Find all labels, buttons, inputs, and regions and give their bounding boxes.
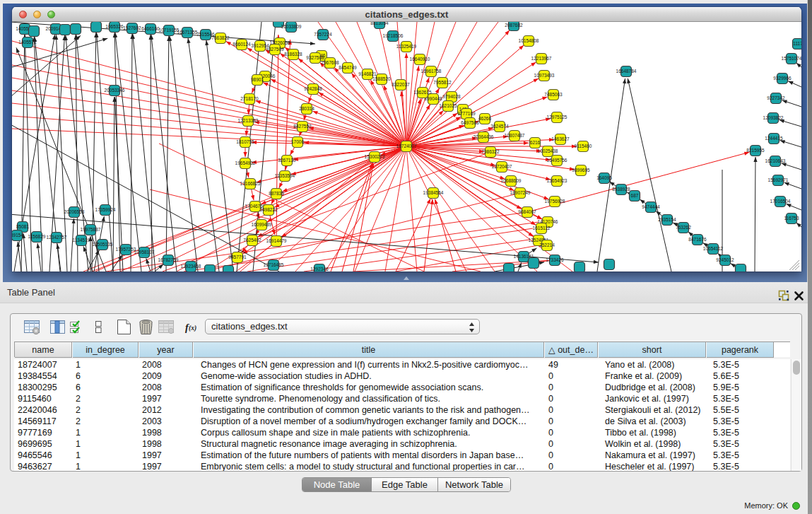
svg-text:98901: 98901 xyxy=(251,77,264,82)
svg-text:46266: 46266 xyxy=(478,116,491,121)
svg-text:8813054: 8813054 xyxy=(370,22,389,25)
svg-text:1244415: 1244415 xyxy=(765,136,783,141)
svg-text:19384554: 19384554 xyxy=(423,190,444,195)
svg-text:687: 687 xyxy=(631,193,639,198)
svg-text:8427552: 8427552 xyxy=(293,124,312,129)
svg-text:1621025: 1621025 xyxy=(439,103,457,108)
svg-text:16961758: 16961758 xyxy=(421,69,442,74)
svg-text:85081: 85081 xyxy=(16,224,29,229)
svg-text:1588520: 1588520 xyxy=(372,76,391,81)
svg-text:7663822: 7663822 xyxy=(211,35,230,40)
svg-text:19166825: 19166825 xyxy=(240,181,261,186)
svg-text:1810755: 1810755 xyxy=(236,139,254,144)
svg-text:10688609: 10688609 xyxy=(501,178,522,183)
svg-text:17359924: 17359924 xyxy=(95,207,116,212)
svg-text:10719155: 10719155 xyxy=(159,28,180,33)
svg-text:9227342: 9227342 xyxy=(767,95,785,100)
svg-text:252214: 252214 xyxy=(539,243,555,247)
svg-text:9457791: 9457791 xyxy=(228,255,247,259)
svg-text:1463627: 1463627 xyxy=(551,136,570,141)
svg-text:1527602: 1527602 xyxy=(123,25,141,30)
svg-text:9474444: 9474444 xyxy=(642,204,660,209)
svg-text:9777169: 9777169 xyxy=(457,111,476,116)
svg-text:9115460: 9115460 xyxy=(575,144,592,148)
svg-text:15692971: 15692971 xyxy=(768,177,789,182)
svg-text:887835: 887835 xyxy=(269,191,284,196)
svg-text:12213383: 12213383 xyxy=(238,118,259,123)
svg-text:16210643: 16210643 xyxy=(765,158,786,163)
svg-text:10025438: 10025438 xyxy=(538,148,558,153)
svg-text:15495756: 15495756 xyxy=(547,158,567,163)
svg-text:9242848: 9242848 xyxy=(304,86,322,91)
svg-text:9794028: 9794028 xyxy=(442,94,461,99)
svg-text:1134519: 1134519 xyxy=(73,238,90,243)
svg-text:12093822: 12093822 xyxy=(763,115,784,120)
svg-text:19218506: 19218506 xyxy=(383,33,404,38)
svg-text:16914479: 16914479 xyxy=(266,238,287,243)
svg-text:8471676: 8471676 xyxy=(688,237,707,242)
svg-text:7357224: 7357224 xyxy=(314,32,332,37)
svg-text:39154: 39154 xyxy=(12,233,23,238)
svg-text:17006: 17006 xyxy=(291,139,304,144)
svg-text:8215955: 8215955 xyxy=(746,148,765,153)
svg-text:16640910: 16640910 xyxy=(410,57,430,62)
svg-text:1156829: 1156829 xyxy=(28,234,46,239)
svg-text:3267130: 3267130 xyxy=(278,158,296,163)
svg-text:9899695: 9899695 xyxy=(572,168,590,173)
svg-text:19756928: 19756928 xyxy=(545,199,565,204)
svg-text:17016504: 17016504 xyxy=(770,199,791,204)
svg-text:7955812: 7955812 xyxy=(433,80,452,85)
svg-text:20053346: 20053346 xyxy=(105,88,125,93)
svg-text:19654932: 19654932 xyxy=(235,160,256,165)
svg-text:8186328: 8186328 xyxy=(284,52,302,57)
svg-text:2718170: 2718170 xyxy=(240,96,259,101)
svg-text:18724007: 18724007 xyxy=(396,144,417,148)
svg-text:8454749: 8454749 xyxy=(339,65,357,70)
svg-text:11325419: 11325419 xyxy=(396,44,417,49)
svg-text:6497568: 6497568 xyxy=(461,120,479,125)
svg-text:1065326: 1065326 xyxy=(105,24,124,29)
svg-text:3624574: 3624574 xyxy=(490,124,509,129)
svg-text:164095: 164095 xyxy=(596,175,612,180)
svg-text:16782759: 16782759 xyxy=(158,257,179,262)
svg-text:2935154: 2935154 xyxy=(658,217,676,222)
svg-text:3498222: 3498222 xyxy=(259,207,278,212)
svg-text:1615112: 1615112 xyxy=(533,226,551,230)
svg-text:12213967: 12213967 xyxy=(531,56,552,61)
svg-text:9329966: 9329966 xyxy=(773,76,792,81)
svg-text:280314: 280314 xyxy=(299,106,314,111)
svg-text:2087682: 2087682 xyxy=(505,23,523,28)
svg-text:(x): (x) xyxy=(189,325,196,332)
svg-text:15751074: 15751074 xyxy=(782,56,801,61)
svg-text:116753: 116753 xyxy=(784,216,799,221)
svg-text:9245012: 9245012 xyxy=(716,257,734,262)
svg-text:9684067: 9684067 xyxy=(518,209,536,214)
svg-text:10154808: 10154808 xyxy=(519,38,539,43)
svg-text:13716485: 13716485 xyxy=(264,262,284,267)
svg-text:7485063: 7485063 xyxy=(544,92,563,97)
svg-text:763262: 763262 xyxy=(676,225,691,230)
svg-text:1362615: 1362615 xyxy=(413,90,432,95)
svg-text:6216: 6216 xyxy=(530,140,541,145)
svg-text:1117: 1117 xyxy=(793,41,801,46)
svg-text:7625402: 7625402 xyxy=(243,238,261,243)
svg-text:1733426: 1733426 xyxy=(546,257,564,262)
svg-text:16671355: 16671355 xyxy=(177,30,198,35)
svg-text:11353594: 11353594 xyxy=(275,173,295,178)
svg-text:9146821: 9146821 xyxy=(358,71,377,76)
svg-text:10654112: 10654112 xyxy=(703,246,724,251)
svg-text:6466160: 6466160 xyxy=(141,26,160,31)
svg-text:1292346: 1292346 xyxy=(310,267,329,271)
svg-text:16033809: 16033809 xyxy=(281,24,302,29)
svg-text:12975125: 12975125 xyxy=(547,115,567,119)
svg-text:13720407: 13720407 xyxy=(492,164,512,169)
svg-text:8322037: 8322037 xyxy=(392,82,410,87)
svg-text:1405572: 1405572 xyxy=(18,40,37,45)
svg-text:16648784: 16648784 xyxy=(616,69,637,74)
svg-text:8660124: 8660124 xyxy=(233,42,251,47)
svg-text:9327508: 9327508 xyxy=(306,55,324,60)
svg-text:8938928: 8938928 xyxy=(612,187,630,192)
svg-text:9327509: 9327509 xyxy=(266,47,284,52)
svg-text:18907249: 18907249 xyxy=(510,190,531,195)
svg-text:17957253: 17957253 xyxy=(116,247,136,252)
